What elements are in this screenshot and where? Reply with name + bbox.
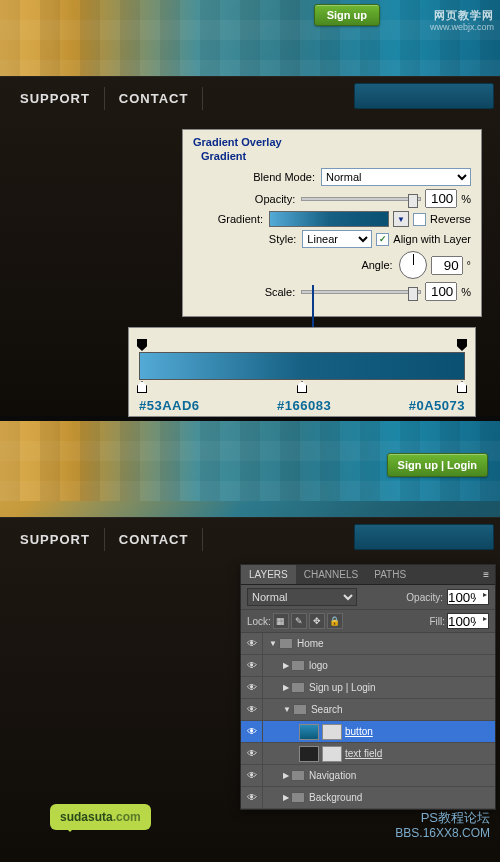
scale-input[interactable] xyxy=(425,282,457,301)
visibility-icon[interactable]: 👁 xyxy=(241,787,263,808)
reverse-checkbox[interactable] xyxy=(413,213,426,226)
visibility-icon[interactable]: 👁 xyxy=(241,743,263,764)
visibility-icon[interactable]: 👁 xyxy=(241,765,263,786)
layer-search[interactable]: 👁▼Search xyxy=(241,699,495,721)
wm-bot-l2: BBS.16XX8.COM xyxy=(395,826,490,842)
tab-layers[interactable]: LAYERS xyxy=(241,565,296,584)
gradient-stop-bot-right[interactable] xyxy=(457,381,467,393)
sudasuta-bubble: sudasuta.com xyxy=(50,804,151,830)
style-label: Style: xyxy=(269,233,297,245)
opacity-input[interactable] xyxy=(425,189,457,208)
watermark-top: 网页教学网 xyxy=(434,8,494,23)
opacity-slider[interactable] xyxy=(301,197,421,201)
deg-label: ° xyxy=(467,259,471,271)
layer-signup[interactable]: 👁▶Sign up | Login xyxy=(241,677,495,699)
dark-panel-bottom: SUPPORT CONTACT LAYERS CHANNELS PATHS ≡ … xyxy=(0,517,500,862)
dialog-subtitle: Gradient xyxy=(201,150,471,162)
top-section: Sign up 网页教学网 www.webjx.com SUPPORT CONT… xyxy=(0,0,500,415)
search-field-bottom[interactable] xyxy=(354,524,494,550)
search-field-top[interactable] xyxy=(354,83,494,109)
folder-icon xyxy=(291,770,305,781)
layer-logo[interactable]: 👁▶logo xyxy=(241,655,495,677)
gradient-editor: #53AAD6 #166083 #0A5073 xyxy=(128,327,476,417)
angle-input[interactable] xyxy=(431,256,463,275)
layers-tabs: LAYERS CHANNELS PATHS ≡ xyxy=(241,565,495,585)
blendmode-label: Blend Mode: xyxy=(253,171,315,183)
gradient-stop-bot-mid[interactable] xyxy=(297,381,307,393)
hex-row: #53AAD6 #166083 #0A5073 xyxy=(139,398,465,413)
watermark-bottom: PS教程论坛 BBS.16XX8.COM xyxy=(395,810,490,842)
visibility-icon[interactable]: 👁 xyxy=(241,677,263,698)
arrow-down-icon xyxy=(312,285,314,333)
pixel-background xyxy=(0,0,500,80)
gradient-bar[interactable] xyxy=(139,352,465,380)
visibility-icon[interactable]: 👁 xyxy=(241,721,263,742)
layer-opacity-input[interactable] xyxy=(447,589,489,605)
folder-icon xyxy=(291,792,305,803)
layer-blendmode-select[interactable]: Normal xyxy=(247,588,357,606)
layer-thumb xyxy=(299,746,319,762)
layer-button[interactable]: 👁button xyxy=(241,721,495,743)
gradient-dropdown-icon[interactable]: ▼ xyxy=(393,211,409,227)
nav-support[interactable]: SUPPORT xyxy=(6,87,105,110)
blendmode-select[interactable]: Normal xyxy=(321,168,471,186)
lock-all-icon[interactable]: 🔒 xyxy=(327,613,343,629)
pct-label-2: % xyxy=(461,286,471,298)
gradient-label: Gradient: xyxy=(218,213,263,225)
tab-channels[interactable]: CHANNELS xyxy=(296,565,366,584)
signup-login-button[interactable]: Sign up | Login xyxy=(387,453,488,477)
panel-menu-icon[interactable]: ≡ xyxy=(477,565,495,584)
folder-icon xyxy=(291,682,305,693)
gradient-swatch[interactable] xyxy=(269,211,389,227)
scale-label: Scale: xyxy=(265,286,296,298)
align-checkbox[interactable]: ✓ xyxy=(376,233,389,246)
angle-label: Angle: xyxy=(361,259,392,271)
gradient-stop-top-left[interactable] xyxy=(137,339,147,351)
pct-label: % xyxy=(461,193,471,205)
nav-contact[interactable]: CONTACT xyxy=(105,87,204,110)
gradient-stop-top-right[interactable] xyxy=(457,339,467,351)
layer-list: 👁▼Home 👁▶logo 👁▶Sign up | Login 👁▼Search… xyxy=(241,633,495,809)
scale-slider[interactable] xyxy=(301,290,421,294)
layer-navigation[interactable]: 👁▶Navigation xyxy=(241,765,495,787)
layers-panel: LAYERS CHANNELS PATHS ≡ Normal Opacity: … xyxy=(240,564,496,810)
hex-2: #166083 xyxy=(277,398,331,413)
folder-icon xyxy=(291,660,305,671)
gradient-overlay-dialog: Gradient Overlay Gradient Blend Mode: No… xyxy=(182,129,482,317)
visibility-icon[interactable]: 👁 xyxy=(241,655,263,676)
nav-support-2[interactable]: SUPPORT xyxy=(6,528,105,551)
tab-paths[interactable]: PATHS xyxy=(366,565,414,584)
visibility-icon[interactable]: 👁 xyxy=(241,633,263,654)
watermark-top-url: www.webjx.com xyxy=(430,22,494,32)
layer-opacity-label: Opacity: xyxy=(406,592,443,603)
lock-pixels-icon[interactable]: ✎ xyxy=(291,613,307,629)
visibility-icon[interactable]: 👁 xyxy=(241,699,263,720)
layer-textfield[interactable]: 👁text field xyxy=(241,743,495,765)
lock-label: Lock: xyxy=(247,616,271,627)
reverse-label: Reverse xyxy=(430,213,471,225)
bubble-dotcom: .com xyxy=(113,810,141,824)
layer-thumb xyxy=(299,724,319,740)
layer-mask-thumb xyxy=(322,746,342,762)
lock-position-icon[interactable]: ✥ xyxy=(309,613,325,629)
hex-1: #53AAD6 xyxy=(139,398,200,413)
style-select[interactable]: Linear xyxy=(302,230,372,248)
fill-label: Fill: xyxy=(429,616,445,627)
lock-transparent-icon[interactable]: ▦ xyxy=(273,613,289,629)
bubble-name: sudasuta xyxy=(60,810,113,824)
angle-dial[interactable] xyxy=(399,251,427,279)
wm-bot-l1: PS教程论坛 xyxy=(395,810,490,827)
layer-background[interactable]: 👁▶Background xyxy=(241,787,495,809)
layer-mask-thumb xyxy=(322,724,342,740)
bottom-section: Sign up | Login SUPPORT CONTACT LAYERS C… xyxy=(0,421,500,862)
fill-input[interactable] xyxy=(447,613,489,629)
nav-contact-2[interactable]: CONTACT xyxy=(105,528,204,551)
dialog-title: Gradient Overlay xyxy=(193,136,471,148)
dark-panel-top: SUPPORT CONTACT Gradient Overlay Gradien… xyxy=(0,76,500,416)
signup-button[interactable]: Sign up xyxy=(314,4,380,26)
layer-home[interactable]: 👁▼Home xyxy=(241,633,495,655)
opacity-label: Opacity: xyxy=(255,193,295,205)
folder-icon xyxy=(279,638,293,649)
gradient-stop-bot-left[interactable] xyxy=(137,381,147,393)
folder-icon xyxy=(293,704,307,715)
